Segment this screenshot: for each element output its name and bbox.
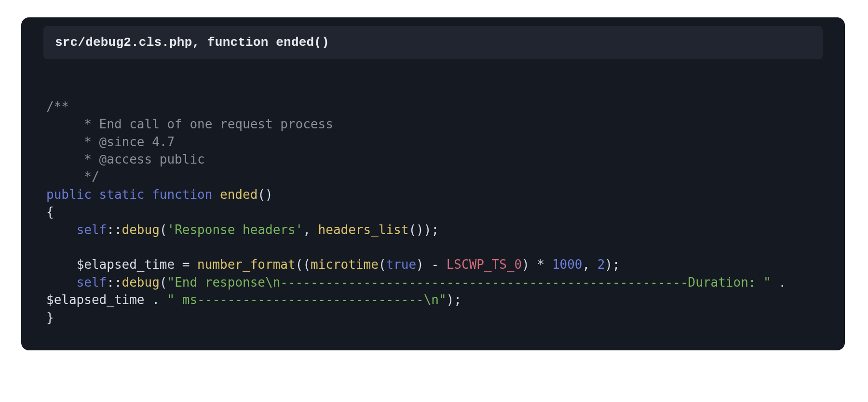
self-1: self	[77, 222, 107, 237]
lparen-4: (	[160, 275, 167, 290]
kw-function: function	[152, 187, 212, 202]
self-2: self	[77, 275, 107, 290]
rparen-1: );	[424, 222, 439, 237]
str-headers: 'Response headers'	[167, 222, 303, 237]
comment-line-1: * End call of one request process	[46, 117, 333, 131]
comment-line-3: * @access public	[46, 152, 205, 166]
rparen-2b: );	[605, 257, 620, 272]
code-title-text: src/debug2.cls.php, function ended()	[55, 35, 329, 50]
dcolon-1: ::	[107, 222, 122, 237]
rparen-3: )	[416, 257, 424, 272]
true: true	[386, 257, 416, 272]
brace-open: {	[46, 205, 54, 219]
comment-open: /**	[46, 99, 69, 114]
brace-close: }	[46, 310, 54, 325]
comma-1: ,	[303, 222, 318, 237]
code-block: /** * End call of one request process * …	[21, 59, 845, 326]
dot-2: .	[145, 292, 167, 307]
str-end-b: " ms------------------------------\n"	[167, 292, 446, 307]
headers-list: headers_list	[318, 222, 409, 237]
comment-close: */	[46, 169, 99, 184]
paren-hl: ()	[408, 222, 423, 237]
rparen-4: );	[447, 292, 461, 307]
str-end-a: "End response\n-------------------------…	[167, 275, 771, 290]
var-elapsed-1: $elapsed_time	[77, 257, 175, 272]
times: *	[529, 257, 552, 272]
dot-1: .	[771, 275, 794, 290]
paren-empty: ()	[258, 187, 272, 202]
fn-name: ended	[220, 187, 258, 202]
code-title: src/debug2.cls.php, function ended()	[43, 26, 823, 59]
lparen-1: (	[160, 222, 167, 237]
code-panel: src/debug2.cls.php, function ended() /**…	[21, 17, 845, 350]
comma-2: ,	[583, 257, 597, 272]
eq-1: =	[175, 257, 197, 272]
debug-1: debug	[122, 222, 160, 237]
comment-line-2: * @since 4.7	[46, 135, 175, 149]
kw-public: public	[46, 187, 92, 202]
microtime: microtime	[311, 257, 379, 272]
const-ts: LSCWP_TS_0	[447, 257, 522, 272]
kw-static: static	[99, 187, 145, 202]
dcolon-2: ::	[107, 275, 122, 290]
lparen-2: ((	[296, 257, 311, 272]
debug-2: debug	[122, 275, 160, 290]
n1000: 1000	[552, 257, 583, 272]
lparen-3: (	[379, 257, 386, 272]
minus: -	[424, 257, 447, 272]
rparen-2a: )	[522, 257, 529, 272]
var-elapsed-2: $elapsed_time	[46, 292, 145, 307]
number-format: number_format	[197, 257, 296, 272]
n2: 2	[597, 257, 605, 272]
